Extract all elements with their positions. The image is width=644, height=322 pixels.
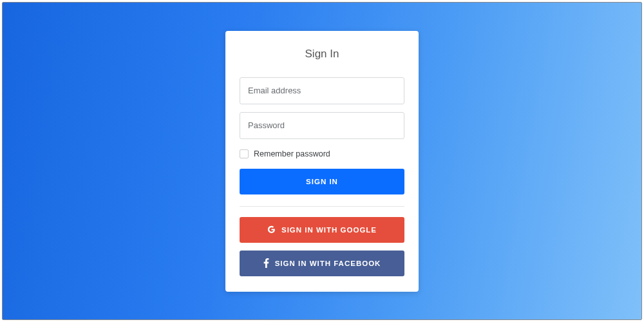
google-icon: [267, 225, 276, 234]
facebook-signin-button[interactable]: Sign in with Facebook: [240, 251, 404, 276]
viewport: Sign In Remember password Sign In: [0, 0, 644, 322]
card-title: Sign In: [240, 48, 404, 61]
remember-checkbox[interactable]: [240, 149, 249, 158]
remember-label: Remember password: [254, 149, 330, 158]
email-field[interactable]: [240, 77, 404, 104]
divider: [240, 206, 404, 207]
google-signin-button[interactable]: Sign in with Google: [240, 217, 404, 243]
google-button-label: Sign in with Google: [281, 226, 377, 234]
password-field[interactable]: [240, 112, 404, 139]
remember-row[interactable]: Remember password: [240, 149, 404, 158]
signin-button-label: Sign In: [306, 178, 338, 185]
background-gradient: Sign In Remember password Sign In: [2, 2, 642, 320]
signin-card: Sign In Remember password Sign In: [225, 31, 419, 292]
signin-button[interactable]: Sign In: [240, 169, 404, 194]
facebook-icon: [263, 258, 269, 268]
facebook-button-label: Sign in with Facebook: [275, 260, 381, 267]
